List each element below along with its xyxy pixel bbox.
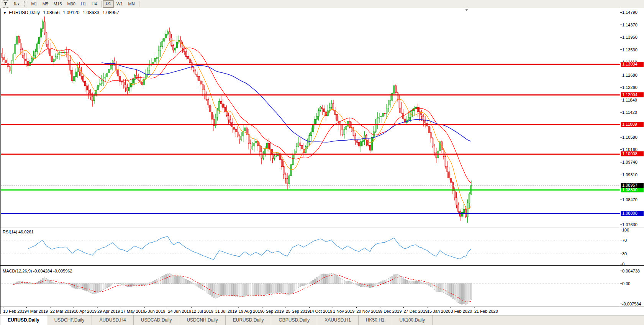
tab-gbpusd-daily[interactable]: GBPUSD,Daily bbox=[271, 315, 317, 325]
chart-canvas[interactable] bbox=[0, 0, 644, 325]
timeframe-m1[interactable]: M1 bbox=[28, 1, 39, 7]
trading-platform-window: T ⇅▾ M1M5M15M30H1H4D1W1MN ▼ EURUSD,Daily… bbox=[0, 0, 644, 325]
timeframe-button-group: M1M5M15M30H1H4D1W1MN bbox=[28, 0, 141, 8]
tab-xauusd-h1[interactable]: XAUUSD,H1 bbox=[317, 315, 359, 325]
tab-eurusd-daily[interactable]: EURUSD,Daily bbox=[0, 315, 47, 325]
timeframe-m15[interactable]: M15 bbox=[51, 1, 64, 7]
tab-usdcad-daily[interactable]: USDCAD,Daily bbox=[134, 315, 180, 325]
chart-shift-marker-icon[interactable] bbox=[465, 9, 468, 11]
tab-uk100-daily[interactable]: UK100,Daily bbox=[392, 315, 433, 325]
tab-hk50-h1[interactable]: HK50,H1 bbox=[359, 315, 392, 325]
timeframe-w1[interactable]: W1 bbox=[114, 1, 126, 7]
timeframe-mn[interactable]: MN bbox=[126, 1, 138, 7]
toolbar: T ⇅▾ M1M5M15M30H1H4D1W1MN bbox=[0, 0, 644, 8]
toolbar-grip[interactable] bbox=[24, 1, 26, 7]
arrange-windows-button[interactable]: ⇅▾ bbox=[11, 1, 22, 7]
timeframe-h4[interactable]: H4 bbox=[89, 1, 100, 7]
timeframe-m5[interactable]: M5 bbox=[40, 1, 51, 7]
tab-usdcnh-daily[interactable]: USDCNH,Daily bbox=[179, 315, 225, 325]
toolbar-separator bbox=[139, 1, 139, 7]
arrange-arrows-icon: ⇅ bbox=[13, 2, 17, 6]
timeframe-h1[interactable]: H1 bbox=[78, 1, 89, 7]
tab-usdchf-daily[interactable]: USDCHF,Daily bbox=[47, 315, 92, 325]
timeframe-d1[interactable]: D1 bbox=[103, 0, 114, 8]
dropdown-caret-icon: ▾ bbox=[18, 2, 20, 6]
tab-eurusd-daily[interactable]: EURUSD,Daily bbox=[226, 315, 272, 325]
chart-tab-bar: EURUSD,DailyUSDCHF,DailyAUDUSD,H4USDCAD,… bbox=[0, 315, 644, 325]
text-tool-button[interactable]: T bbox=[2, 0, 9, 8]
timeframe-m30[interactable]: M30 bbox=[64, 1, 78, 7]
tab-audusd-h4[interactable]: AUDUSD,H4 bbox=[92, 315, 133, 325]
toolbar-separator bbox=[101, 1, 102, 7]
